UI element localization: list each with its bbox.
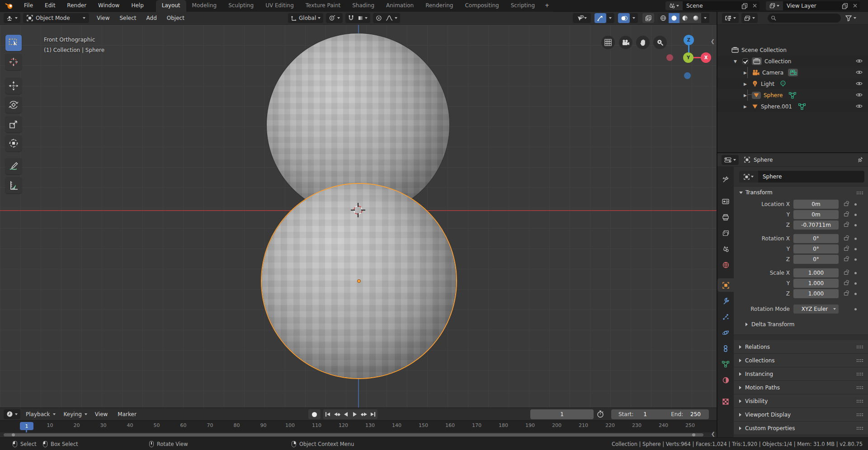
tab-texture[interactable] <box>717 395 734 408</box>
transform-value-field[interactable]: 1.000 <box>793 268 839 277</box>
collapsed-panel-header[interactable]: Motion Paths <box>734 381 868 394</box>
timeline-view-menu[interactable]: View <box>90 411 113 417</box>
workspace-tab[interactable]: UV Editing <box>259 0 300 12</box>
snap-group[interactable] <box>345 13 370 23</box>
lock-icon[interactable] <box>842 248 849 251</box>
overlays-toggle[interactable] <box>618 13 630 23</box>
gizmos-toggle[interactable] <box>594 13 606 23</box>
workspace-tab[interactable]: Shading <box>346 0 380 12</box>
disclosure-closed-icon[interactable]: ▶ <box>744 104 748 109</box>
view-layer-browse-button[interactable] <box>766 1 783 10</box>
disclosure-closed-icon[interactable]: ▶ <box>744 82 748 86</box>
outliner-editor-type-button[interactable] <box>722 13 739 23</box>
object-id-button[interactable] <box>739 171 758 183</box>
shading-material-button[interactable] <box>679 13 690 23</box>
transform-value-field[interactable]: 0° <box>793 255 839 264</box>
drag-grip-icon[interactable] <box>856 413 863 416</box>
sidebar-collapse-arrow[interactable]: ❮ <box>711 38 715 44</box>
view-layer-remove-button[interactable] <box>850 1 860 10</box>
menu-item[interactable]: Render <box>61 0 92 11</box>
lock-icon[interactable] <box>842 272 849 275</box>
new-copy-icon[interactable] <box>842 3 848 9</box>
timeline-editor-type-button[interactable] <box>4 409 20 419</box>
gizmo-z-negative[interactable] <box>684 72 691 79</box>
workspace-tab[interactable]: Sculpting <box>222 0 259 12</box>
camera-data-icon[interactable] <box>788 69 798 76</box>
animate-dot[interactable] <box>854 258 857 261</box>
lock-icon[interactable] <box>842 258 849 261</box>
camera-view-button[interactable] <box>619 36 632 49</box>
animate-dot[interactable] <box>854 272 857 274</box>
outliner-row-collection[interactable]: ▼ Collection <box>717 56 868 67</box>
tab-modifiers[interactable] <box>717 294 734 308</box>
transform-value-field[interactable]: 0° <box>793 244 839 253</box>
transform-value-field[interactable]: -0.70711m <box>793 220 839 230</box>
playback-menu[interactable]: Playback <box>23 409 58 419</box>
disclosure-closed-icon[interactable]: ▶ <box>744 93 748 98</box>
rotation-mode-dropdown[interactable]: XYZ Euler <box>793 305 839 314</box>
auto-keying-button[interactable] <box>308 409 321 419</box>
viewport-menu-add[interactable]: Add <box>142 15 162 21</box>
start-frame-field[interactable]: 1 <box>643 411 647 417</box>
menu-item[interactable]: Help <box>125 0 149 11</box>
outliner-filter-button[interactable] <box>844 13 858 23</box>
tab-physics[interactable] <box>717 326 734 339</box>
tab-tool[interactable] <box>717 173 734 187</box>
rotate-tool[interactable] <box>5 97 22 113</box>
overlays-dropdown[interactable] <box>630 13 638 23</box>
collapsed-panel-header[interactable]: Relations <box>734 340 868 354</box>
disclosure-open-icon[interactable]: ▼ <box>734 59 738 64</box>
eye-icon[interactable] <box>856 70 863 75</box>
shading-solid-button[interactable] <box>669 13 679 23</box>
viewport-menu-object[interactable]: Object <box>162 15 189 21</box>
viewport-menu-view[interactable]: View <box>92 15 114 21</box>
new-copy-icon[interactable] <box>741 3 748 9</box>
shading-dropdown[interactable] <box>701 13 709 23</box>
blender-logo-icon[interactable] <box>5 2 14 9</box>
animate-dot[interactable] <box>854 282 857 285</box>
orientation-dropdown[interactable]: Global <box>288 13 323 23</box>
select-box-tool[interactable] <box>5 35 22 51</box>
outliner-row-sphere-selected[interactable]: ▶ Sphere <box>717 89 868 101</box>
current-frame-badge[interactable]: 1 <box>20 422 33 430</box>
drag-grip-icon[interactable] <box>856 386 863 389</box>
lock-icon[interactable] <box>842 213 849 216</box>
transform-value-field[interactable]: 0m <box>793 210 839 219</box>
mesh-data-icon[interactable] <box>798 103 806 110</box>
shading-rendered-button[interactable] <box>690 13 701 23</box>
outliner-row-sphere-001[interactable]: ▶ Sphere.001 <box>717 101 868 112</box>
scrollbar-handle-right[interactable] <box>692 433 695 436</box>
scale-tool[interactable] <box>5 116 22 132</box>
drag-grip-icon[interactable] <box>856 191 863 194</box>
collapsed-panel-header[interactable]: Collections <box>734 354 868 367</box>
light-data-icon[interactable] <box>780 80 786 87</box>
timeline-scrollbar[interactable]: ❮ <box>0 432 717 437</box>
collapsed-panel-header[interactable]: Custom Properties <box>734 422 868 435</box>
tab-particles[interactable] <box>717 310 734 323</box>
mesh-data-icon[interactable] <box>789 92 796 98</box>
drag-grip-icon[interactable] <box>856 399 863 403</box>
disclosure-closed-icon[interactable]: ▶ <box>744 70 748 75</box>
cursor-tool[interactable] <box>5 54 22 70</box>
animate-dot[interactable] <box>854 308 857 310</box>
collection-checkbox[interactable] <box>742 58 748 64</box>
gizmos-dropdown[interactable] <box>606 13 614 23</box>
current-frame-field[interactable]: 1 <box>530 409 594 419</box>
play-reverse-button[interactable] <box>341 409 350 419</box>
workspace-tab[interactable]: Animation <box>380 0 420 12</box>
menu-item[interactable]: Edit <box>39 0 61 11</box>
workspace-tab[interactable]: Compositing <box>459 0 505 12</box>
gizmo-x-negative[interactable] <box>666 54 673 61</box>
delta-transform-subpanel[interactable]: Delta Transform <box>745 320 868 329</box>
collapsed-panel-header[interactable]: Visibility <box>734 394 868 408</box>
use-preview-range-button[interactable] <box>597 410 604 418</box>
xray-toggle[interactable] <box>642 13 654 23</box>
outliner-filter-display-button[interactable] <box>741 13 758 23</box>
move-tool[interactable] <box>5 78 22 94</box>
viewport-menu-select[interactable]: Select <box>114 15 141 21</box>
gizmo-x-axis[interactable]: X <box>701 52 711 63</box>
scrollbar-handle-left[interactable] <box>12 433 15 436</box>
timeline-collapse-arrow[interactable]: ❮ <box>711 431 715 437</box>
workspace-tab[interactable]: Texture Paint <box>300 0 346 12</box>
scrollbar-thumb[interactable] <box>4 433 703 436</box>
